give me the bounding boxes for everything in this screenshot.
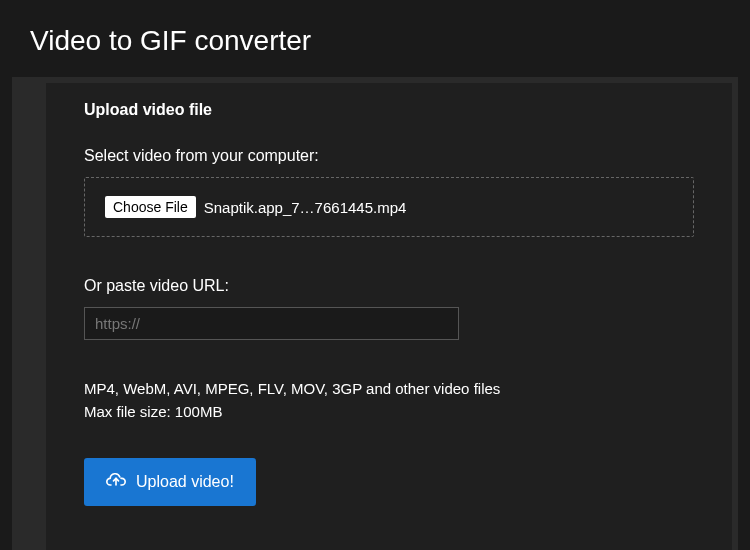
- url-input-label: Or paste video URL:: [84, 277, 694, 295]
- upload-button[interactable]: Upload video!: [84, 458, 256, 506]
- panel-title: Upload video file: [84, 101, 694, 119]
- supported-formats-text: MP4, WebM, AVI, MPEG, FLV, MOV, 3GP and …: [84, 378, 694, 401]
- choose-file-button[interactable]: Choose File: [105, 196, 196, 218]
- content-wrapper: Upload video file Select video from your…: [12, 77, 738, 550]
- upload-panel: Upload video file Select video from your…: [46, 83, 732, 550]
- info-text: MP4, WebM, AVI, MPEG, FLV, MOV, 3GP and …: [84, 378, 694, 423]
- selected-filename: Snaptik.app_7…7661445.mp4: [204, 199, 407, 216]
- page-title: Video to GIF converter: [0, 0, 750, 77]
- upload-button-label: Upload video!: [136, 473, 234, 491]
- max-size-text: Max file size: 100MB: [84, 401, 694, 424]
- file-dropzone[interactable]: Choose File Snaptik.app_7…7661445.mp4: [84, 177, 694, 237]
- url-input[interactable]: [84, 307, 459, 340]
- cloud-upload-icon: [106, 470, 126, 494]
- file-select-label: Select video from your computer:: [84, 147, 694, 165]
